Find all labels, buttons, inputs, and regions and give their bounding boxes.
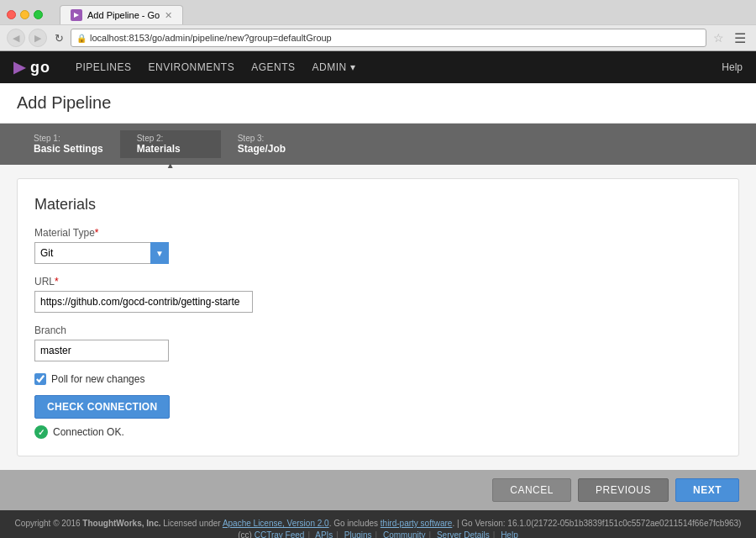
footer-line1: Copyright © 2016 ThoughtWorks, Inc. Lice…: [13, 519, 743, 528]
step1-num: Step 1:: [34, 134, 103, 143]
step3-num: Step 3:: [238, 134, 305, 143]
forward-button[interactable]: ▶: [29, 29, 47, 47]
nav-environments[interactable]: ENVIRONMENTS: [149, 61, 235, 73]
main-content: Materials Material Type* Git ▼ URL*: [0, 165, 756, 470]
footer-line2: (cc) CCTray Feed| APIs| Plugins| Communi…: [13, 530, 743, 538]
branch-label: Branch: [34, 324, 722, 336]
tab-favicon: [71, 9, 82, 21]
cancel-button[interactable]: CANCEL: [492, 478, 571, 502]
connection-status-text: Connection OK.: [53, 426, 124, 438]
step1-name: Basic Settings: [34, 143, 103, 155]
step-materials[interactable]: Step 2: Materials: [120, 130, 221, 158]
step-stage-job[interactable]: Step 3: Stage/Job: [221, 130, 322, 158]
url-text: localhost:8153/go/admin/pipeline/new?gro…: [90, 33, 332, 43]
bookmark-icon[interactable]: ☆: [710, 31, 727, 45]
go-logo-icon: ▶: [13, 58, 25, 76]
footer: Copyright © 2016 ThoughtWorks, Inc. Lice…: [0, 510, 756, 538]
page-header: Add Pipeline: [0, 83, 756, 124]
check-connection-button[interactable]: CHECK CONNECTION: [34, 395, 170, 419]
tab-label: Add Pipeline - Go: [87, 10, 160, 20]
lock-icon: 🔒: [76, 34, 87, 43]
materials-section-title: Materials: [34, 196, 722, 214]
bottom-bar: CANCEL PREVIOUS NEXT: [0, 470, 756, 510]
minimize-button[interactable]: [20, 10, 29, 19]
browser-chrome: Add Pipeline - Go ✕ ◀ ▶ ↻ 🔒 localhost:81…: [0, 0, 756, 51]
maximize-button[interactable]: [34, 10, 43, 19]
step-basic-settings[interactable]: Step 1: Basic Settings: [17, 130, 120, 158]
footer-license-link[interactable]: Apache License, Version 2.0: [223, 519, 329, 528]
traffic-lights: [7, 10, 43, 19]
refresh-button[interactable]: ↻: [50, 29, 67, 46]
previous-button[interactable]: PREVIOUS: [578, 478, 669, 502]
page-title: Add Pipeline: [17, 93, 739, 113]
url-label: URL*: [34, 276, 722, 287]
connection-ok-icon: ✓: [34, 425, 48, 439]
url-field: URL*: [34, 276, 722, 313]
step3-name: Stage/Job: [238, 143, 305, 155]
poll-label: Poll for new changes: [51, 373, 144, 385]
active-tab[interactable]: Add Pipeline - Go ✕: [60, 5, 183, 24]
top-nav: ▶ go PIPELINES ENVIRONMENTS AGENTS ADMIN…: [0, 51, 756, 83]
footer-community-link[interactable]: Community: [383, 530, 426, 538]
material-type-label: Material Type*: [34, 227, 722, 239]
connection-status: ✓ Connection OK.: [34, 425, 722, 439]
address-bar[interactable]: 🔒 localhost:8153/go/admin/pipeline/new?g…: [71, 29, 706, 47]
back-button[interactable]: ◀: [7, 29, 25, 47]
nav-pipelines[interactable]: PIPELINES: [76, 61, 132, 73]
browser-tabs: Add Pipeline - Go ✕: [60, 5, 183, 24]
next-button[interactable]: NEXT: [675, 478, 739, 502]
footer-third-party-link[interactable]: third-party software: [381, 519, 453, 528]
nav-admin[interactable]: ADMIN ▾: [312, 61, 356, 73]
menu-icon[interactable]: ☰: [731, 30, 749, 46]
material-type-field: Material Type* Git ▼: [34, 227, 722, 264]
material-type-select[interactable]: Git: [34, 242, 169, 264]
step2-num: Step 2:: [137, 134, 204, 143]
footer-plugins-link[interactable]: Plugins: [344, 530, 372, 538]
go-logo-text: go: [30, 59, 50, 76]
browser-toolbar: ◀ ▶ ↻ 🔒 localhost:8153/go/admin/pipeline…: [0, 24, 756, 50]
steps-bar: Step 1: Basic Settings Step 2: Materials…: [0, 124, 756, 165]
footer-apis-link[interactable]: APIs: [315, 530, 333, 538]
step2-name: Materials: [137, 143, 204, 155]
svg-marker-0: [74, 13, 79, 18]
nav-help[interactable]: Help: [722, 61, 743, 73]
app: ▶ go PIPELINES ENVIRONMENTS AGENTS ADMIN…: [0, 51, 756, 538]
footer-server-details-link[interactable]: Server Details: [437, 530, 490, 538]
poll-checkbox[interactable]: [34, 373, 46, 385]
close-button[interactable]: [7, 10, 16, 19]
footer-help-link[interactable]: Help: [501, 530, 518, 538]
material-type-select-wrapper: Git ▼: [34, 242, 169, 264]
materials-panel: Materials Material Type* Git ▼ URL*: [17, 178, 739, 456]
branch-input[interactable]: [34, 340, 169, 361]
url-input[interactable]: [34, 291, 253, 313]
nav-links: PIPELINES ENVIRONMENTS AGENTS ADMIN ▾: [76, 61, 722, 73]
nav-agents[interactable]: AGENTS: [251, 61, 295, 73]
go-logo: ▶ go: [13, 58, 50, 76]
tab-close-icon[interactable]: ✕: [165, 10, 172, 21]
branch-field: Branch: [34, 324, 722, 361]
poll-checkbox-row: Poll for new changes: [34, 373, 722, 385]
footer-cctray-link[interactable]: CCTray Feed: [255, 530, 305, 538]
